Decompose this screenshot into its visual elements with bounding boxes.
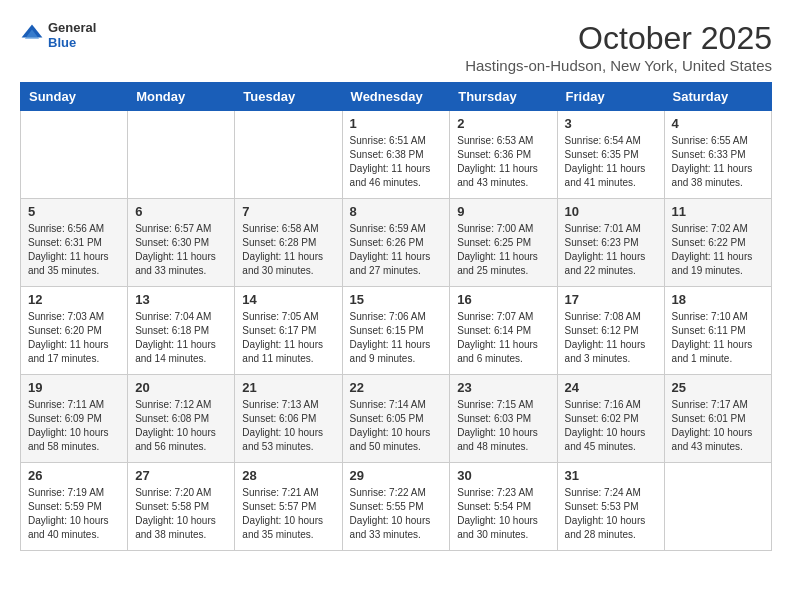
calendar-cell: 21Sunrise: 7:13 AM Sunset: 6:06 PM Dayli… bbox=[235, 375, 342, 463]
weekday-header-tuesday: Tuesday bbox=[235, 83, 342, 111]
day-info: Sunrise: 7:23 AM Sunset: 5:54 PM Dayligh… bbox=[457, 486, 549, 542]
day-info: Sunrise: 7:16 AM Sunset: 6:02 PM Dayligh… bbox=[565, 398, 657, 454]
day-number: 15 bbox=[350, 292, 443, 307]
day-number: 26 bbox=[28, 468, 120, 483]
calendar-cell: 22Sunrise: 7:14 AM Sunset: 6:05 PM Dayli… bbox=[342, 375, 450, 463]
calendar-cell: 15Sunrise: 7:06 AM Sunset: 6:15 PM Dayli… bbox=[342, 287, 450, 375]
day-info: Sunrise: 6:59 AM Sunset: 6:26 PM Dayligh… bbox=[350, 222, 443, 278]
day-number: 14 bbox=[242, 292, 334, 307]
calendar-cell: 14Sunrise: 7:05 AM Sunset: 6:17 PM Dayli… bbox=[235, 287, 342, 375]
calendar-cell bbox=[664, 463, 771, 551]
day-number: 27 bbox=[135, 468, 227, 483]
calendar-cell: 27Sunrise: 7:20 AM Sunset: 5:58 PM Dayli… bbox=[128, 463, 235, 551]
day-info: Sunrise: 6:56 AM Sunset: 6:31 PM Dayligh… bbox=[28, 222, 120, 278]
day-number: 2 bbox=[457, 116, 549, 131]
day-number: 7 bbox=[242, 204, 334, 219]
day-number: 13 bbox=[135, 292, 227, 307]
day-info: Sunrise: 7:13 AM Sunset: 6:06 PM Dayligh… bbox=[242, 398, 334, 454]
day-info: Sunrise: 7:02 AM Sunset: 6:22 PM Dayligh… bbox=[672, 222, 764, 278]
logo-text: General Blue bbox=[48, 20, 96, 50]
calendar-header-row: SundayMondayTuesdayWednesdayThursdayFrid… bbox=[21, 83, 772, 111]
day-info: Sunrise: 6:58 AM Sunset: 6:28 PM Dayligh… bbox=[242, 222, 334, 278]
calendar-cell: 11Sunrise: 7:02 AM Sunset: 6:22 PM Dayli… bbox=[664, 199, 771, 287]
day-number: 4 bbox=[672, 116, 764, 131]
calendar-week-3: 12Sunrise: 7:03 AM Sunset: 6:20 PM Dayli… bbox=[21, 287, 772, 375]
day-info: Sunrise: 7:10 AM Sunset: 6:11 PM Dayligh… bbox=[672, 310, 764, 366]
day-info: Sunrise: 7:04 AM Sunset: 6:18 PM Dayligh… bbox=[135, 310, 227, 366]
calendar-cell: 2Sunrise: 6:53 AM Sunset: 6:36 PM Daylig… bbox=[450, 111, 557, 199]
calendar-cell: 3Sunrise: 6:54 AM Sunset: 6:35 PM Daylig… bbox=[557, 111, 664, 199]
calendar-week-1: 1Sunrise: 6:51 AM Sunset: 6:38 PM Daylig… bbox=[21, 111, 772, 199]
weekday-header-saturday: Saturday bbox=[664, 83, 771, 111]
calendar-week-4: 19Sunrise: 7:11 AM Sunset: 6:09 PM Dayli… bbox=[21, 375, 772, 463]
day-info: Sunrise: 7:07 AM Sunset: 6:14 PM Dayligh… bbox=[457, 310, 549, 366]
day-info: Sunrise: 7:19 AM Sunset: 5:59 PM Dayligh… bbox=[28, 486, 120, 542]
day-number: 12 bbox=[28, 292, 120, 307]
calendar-cell: 23Sunrise: 7:15 AM Sunset: 6:03 PM Dayli… bbox=[450, 375, 557, 463]
day-number: 25 bbox=[672, 380, 764, 395]
day-info: Sunrise: 7:17 AM Sunset: 6:01 PM Dayligh… bbox=[672, 398, 764, 454]
calendar-cell: 13Sunrise: 7:04 AM Sunset: 6:18 PM Dayli… bbox=[128, 287, 235, 375]
day-number: 21 bbox=[242, 380, 334, 395]
calendar-cell: 28Sunrise: 7:21 AM Sunset: 5:57 PM Dayli… bbox=[235, 463, 342, 551]
day-info: Sunrise: 7:21 AM Sunset: 5:57 PM Dayligh… bbox=[242, 486, 334, 542]
day-number: 8 bbox=[350, 204, 443, 219]
day-info: Sunrise: 7:05 AM Sunset: 6:17 PM Dayligh… bbox=[242, 310, 334, 366]
calendar-cell: 9Sunrise: 7:00 AM Sunset: 6:25 PM Daylig… bbox=[450, 199, 557, 287]
month-title: October 2025 bbox=[465, 20, 772, 57]
day-number: 24 bbox=[565, 380, 657, 395]
calendar: SundayMondayTuesdayWednesdayThursdayFrid… bbox=[20, 82, 772, 551]
day-info: Sunrise: 7:15 AM Sunset: 6:03 PM Dayligh… bbox=[457, 398, 549, 454]
day-info: Sunrise: 7:24 AM Sunset: 5:53 PM Dayligh… bbox=[565, 486, 657, 542]
day-info: Sunrise: 7:06 AM Sunset: 6:15 PM Dayligh… bbox=[350, 310, 443, 366]
calendar-cell: 10Sunrise: 7:01 AM Sunset: 6:23 PM Dayli… bbox=[557, 199, 664, 287]
calendar-cell: 7Sunrise: 6:58 AM Sunset: 6:28 PM Daylig… bbox=[235, 199, 342, 287]
day-number: 5 bbox=[28, 204, 120, 219]
day-info: Sunrise: 6:53 AM Sunset: 6:36 PM Dayligh… bbox=[457, 134, 549, 190]
calendar-cell: 5Sunrise: 6:56 AM Sunset: 6:31 PM Daylig… bbox=[21, 199, 128, 287]
calendar-cell: 1Sunrise: 6:51 AM Sunset: 6:38 PM Daylig… bbox=[342, 111, 450, 199]
weekday-header-friday: Friday bbox=[557, 83, 664, 111]
weekday-header-monday: Monday bbox=[128, 83, 235, 111]
day-number: 28 bbox=[242, 468, 334, 483]
day-number: 20 bbox=[135, 380, 227, 395]
day-info: Sunrise: 7:20 AM Sunset: 5:58 PM Dayligh… bbox=[135, 486, 227, 542]
calendar-cell: 16Sunrise: 7:07 AM Sunset: 6:14 PM Dayli… bbox=[450, 287, 557, 375]
day-info: Sunrise: 7:03 AM Sunset: 6:20 PM Dayligh… bbox=[28, 310, 120, 366]
calendar-cell: 4Sunrise: 6:55 AM Sunset: 6:33 PM Daylig… bbox=[664, 111, 771, 199]
day-info: Sunrise: 6:57 AM Sunset: 6:30 PM Dayligh… bbox=[135, 222, 227, 278]
day-info: Sunrise: 7:14 AM Sunset: 6:05 PM Dayligh… bbox=[350, 398, 443, 454]
calendar-cell: 20Sunrise: 7:12 AM Sunset: 6:08 PM Dayli… bbox=[128, 375, 235, 463]
day-number: 29 bbox=[350, 468, 443, 483]
calendar-cell: 8Sunrise: 6:59 AM Sunset: 6:26 PM Daylig… bbox=[342, 199, 450, 287]
calendar-cell: 19Sunrise: 7:11 AM Sunset: 6:09 PM Dayli… bbox=[21, 375, 128, 463]
calendar-cell: 31Sunrise: 7:24 AM Sunset: 5:53 PM Dayli… bbox=[557, 463, 664, 551]
weekday-header-thursday: Thursday bbox=[450, 83, 557, 111]
day-info: Sunrise: 7:00 AM Sunset: 6:25 PM Dayligh… bbox=[457, 222, 549, 278]
weekday-header-wednesday: Wednesday bbox=[342, 83, 450, 111]
day-number: 6 bbox=[135, 204, 227, 219]
calendar-week-5: 26Sunrise: 7:19 AM Sunset: 5:59 PM Dayli… bbox=[21, 463, 772, 551]
day-number: 3 bbox=[565, 116, 657, 131]
day-info: Sunrise: 6:54 AM Sunset: 6:35 PM Dayligh… bbox=[565, 134, 657, 190]
day-number: 11 bbox=[672, 204, 764, 219]
calendar-cell: 29Sunrise: 7:22 AM Sunset: 5:55 PM Dayli… bbox=[342, 463, 450, 551]
day-number: 31 bbox=[565, 468, 657, 483]
day-info: Sunrise: 6:55 AM Sunset: 6:33 PM Dayligh… bbox=[672, 134, 764, 190]
calendar-cell bbox=[235, 111, 342, 199]
title-section: October 2025 Hastings-on-Hudson, New Yor… bbox=[465, 20, 772, 74]
calendar-cell bbox=[128, 111, 235, 199]
day-info: Sunrise: 7:12 AM Sunset: 6:08 PM Dayligh… bbox=[135, 398, 227, 454]
weekday-header-sunday: Sunday bbox=[21, 83, 128, 111]
day-info: Sunrise: 7:01 AM Sunset: 6:23 PM Dayligh… bbox=[565, 222, 657, 278]
calendar-week-2: 5Sunrise: 6:56 AM Sunset: 6:31 PM Daylig… bbox=[21, 199, 772, 287]
day-number: 30 bbox=[457, 468, 549, 483]
day-number: 10 bbox=[565, 204, 657, 219]
calendar-cell: 25Sunrise: 7:17 AM Sunset: 6:01 PM Dayli… bbox=[664, 375, 771, 463]
day-info: Sunrise: 7:08 AM Sunset: 6:12 PM Dayligh… bbox=[565, 310, 657, 366]
calendar-cell: 30Sunrise: 7:23 AM Sunset: 5:54 PM Dayli… bbox=[450, 463, 557, 551]
day-number: 19 bbox=[28, 380, 120, 395]
day-number: 23 bbox=[457, 380, 549, 395]
day-info: Sunrise: 7:22 AM Sunset: 5:55 PM Dayligh… bbox=[350, 486, 443, 542]
day-number: 22 bbox=[350, 380, 443, 395]
